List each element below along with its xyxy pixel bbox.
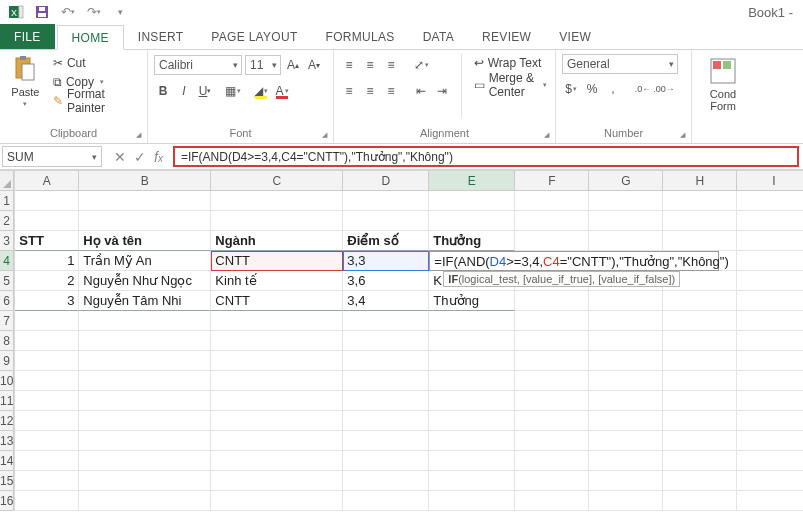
header-diem[interactable]: Điểm số <box>343 231 429 251</box>
header-nganh[interactable]: Ngành <box>211 231 343 251</box>
cell-hoten[interactable]: Nguyễn Tâm Nhi <box>79 291 211 311</box>
cell[interactable] <box>211 351 343 371</box>
cell[interactable] <box>15 351 79 371</box>
cell[interactable] <box>515 351 589 371</box>
cell[interactable] <box>589 331 663 351</box>
redo-icon[interactable]: ↷▾ <box>84 2 104 22</box>
cell[interactable] <box>737 271 803 291</box>
cell[interactable] <box>515 331 589 351</box>
cell[interactable] <box>429 331 515 351</box>
spreadsheet-grid[interactable]: 12345678910111213141516 ABCDEFGHI STTHọ … <box>0 171 803 511</box>
font-size-select[interactable]: 11 <box>245 55 281 75</box>
row-header-5[interactable]: 5 <box>0 271 14 291</box>
column-header-D[interactable]: D <box>343 171 429 191</box>
cell[interactable] <box>343 391 429 411</box>
format-painter-button[interactable]: ✎ Format Painter <box>51 92 141 110</box>
cell[interactable] <box>515 451 589 471</box>
cell[interactable] <box>663 191 737 211</box>
cell[interactable] <box>15 411 79 431</box>
cell[interactable] <box>343 371 429 391</box>
number-format-select[interactable]: General <box>562 54 678 74</box>
cell[interactable] <box>737 391 803 411</box>
cell[interactable] <box>211 371 343 391</box>
cell-editing[interactable]: =IF(AND(D4>=3,4,C4="CNTT"),"Thưởng","Khô… <box>429 251 515 271</box>
cell[interactable] <box>211 391 343 411</box>
cell[interactable] <box>663 431 737 451</box>
decrease-font-icon[interactable]: A▾ <box>305 56 323 74</box>
row-header-7[interactable]: 7 <box>0 311 14 331</box>
tab-data[interactable]: DATA <box>409 24 468 49</box>
header-hoten[interactable]: Họ và tên <box>79 231 211 251</box>
cell-hoten[interactable]: Trần Mỹ An <box>79 251 211 271</box>
cell[interactable] <box>79 191 211 211</box>
cancel-formula-icon[interactable]: ✕ <box>114 149 126 165</box>
header-thuong[interactable]: Thưởng <box>429 231 515 251</box>
cell[interactable] <box>79 411 211 431</box>
cell[interactable] <box>343 431 429 451</box>
cell[interactable] <box>663 231 737 251</box>
cell[interactable] <box>343 191 429 211</box>
orientation-button[interactable]: ⤢ <box>412 56 430 74</box>
row-header-3[interactable]: 3 <box>0 231 14 251</box>
cell[interactable] <box>737 351 803 371</box>
cell[interactable] <box>737 491 803 511</box>
cell-stt[interactable]: 3 <box>15 291 79 311</box>
cell[interactable] <box>79 431 211 451</box>
cell[interactable] <box>429 451 515 471</box>
border-button[interactable]: ▦ <box>224 82 242 100</box>
cell[interactable] <box>515 211 589 231</box>
accounting-format-button[interactable]: $ <box>562 80 580 98</box>
cell[interactable] <box>515 291 589 311</box>
cell[interactable] <box>737 471 803 491</box>
row-header-2[interactable]: 2 <box>0 211 14 231</box>
cell[interactable] <box>515 191 589 211</box>
cell[interactable] <box>15 391 79 411</box>
cell[interactable] <box>211 211 343 231</box>
cell[interactable] <box>15 471 79 491</box>
underline-button[interactable]: U▾ <box>196 82 214 100</box>
cell[interactable] <box>343 331 429 351</box>
cell[interactable] <box>589 491 663 511</box>
decrease-indent-icon[interactable]: ⇤ <box>412 82 430 100</box>
cell-diem[interactable]: 3,6 <box>343 271 429 291</box>
cell[interactable] <box>737 331 803 351</box>
save-icon[interactable] <box>32 2 52 22</box>
cell[interactable] <box>79 211 211 231</box>
cell[interactable] <box>79 371 211 391</box>
cell[interactable] <box>79 331 211 351</box>
cell[interactable] <box>737 371 803 391</box>
column-header-B[interactable]: B <box>79 171 211 191</box>
cell[interactable] <box>211 431 343 451</box>
increase-decimal-button[interactable]: .0← <box>634 80 652 98</box>
cell[interactable] <box>737 431 803 451</box>
cell[interactable] <box>737 211 803 231</box>
cell[interactable] <box>343 351 429 371</box>
cell[interactable] <box>429 391 515 411</box>
align-top-icon[interactable]: ≡ <box>340 56 358 74</box>
qat-customize-icon[interactable]: ▾ <box>110 2 130 22</box>
row-header-15[interactable]: 15 <box>0 471 14 491</box>
align-left-icon[interactable]: ≡ <box>340 82 358 100</box>
cell[interactable] <box>429 191 515 211</box>
cell-diem[interactable]: 3,4 <box>343 291 429 311</box>
cell[interactable] <box>429 431 515 451</box>
cell[interactable] <box>589 191 663 211</box>
cell[interactable] <box>737 251 803 271</box>
row-header-6[interactable]: 6 <box>0 291 14 311</box>
row-header-10[interactable]: 10 <box>0 371 14 391</box>
cell[interactable] <box>663 411 737 431</box>
column-header-E[interactable]: E <box>429 171 515 191</box>
cell[interactable] <box>429 211 515 231</box>
cell[interactable] <box>515 311 589 331</box>
cell[interactable] <box>737 411 803 431</box>
cell[interactable] <box>589 451 663 471</box>
cell-stt[interactable]: 2 <box>15 271 79 291</box>
conditional-formatting-button[interactable]: Cond Form <box>698 54 748 112</box>
cell[interactable] <box>515 491 589 511</box>
cell[interactable] <box>515 431 589 451</box>
font-family-select[interactable]: Calibri <box>154 55 242 75</box>
cell[interactable] <box>663 331 737 351</box>
cell[interactable] <box>429 491 515 511</box>
comma-format-button[interactable]: , <box>604 80 622 98</box>
cell[interactable] <box>211 311 343 331</box>
